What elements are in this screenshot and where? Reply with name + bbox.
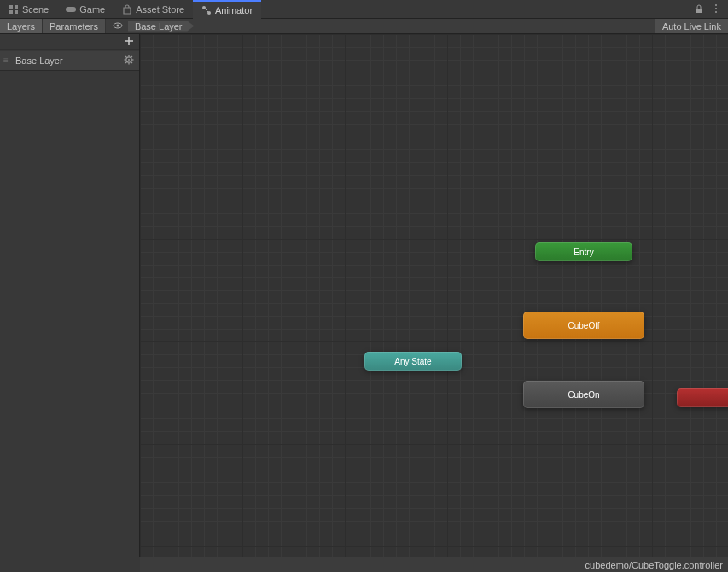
tab-game-label: Game (79, 4, 105, 15)
node-cubeoff[interactable]: CubeOff (523, 312, 644, 339)
window-tab-bar: Scene Game Asset Store Animator (0, 0, 728, 19)
bag-icon (122, 4, 132, 15)
svg-rect-8 (696, 9, 702, 13)
svg-line-25 (131, 56, 132, 57)
tab-animator-label: Animator (215, 5, 253, 15)
svg-rect-3 (15, 10, 18, 14)
animator-graph-canvas[interactable]: Entry Any State CubeOff CubeOn Exit (140, 34, 728, 557)
svg-rect-2 (9, 10, 13, 14)
tab-animator[interactable]: Animator (193, 0, 261, 19)
add-layer-button[interactable] (124, 36, 134, 48)
node-entry[interactable]: Entry (535, 242, 632, 261)
kebab-icon[interactable] (711, 3, 721, 15)
breadcrumb-base-layer[interactable]: Base Layer (128, 21, 195, 32)
node-any-state-label: Any State (394, 357, 431, 366)
tab-scene-label: Scene (22, 4, 49, 15)
layer-item-base[interactable]: ≡ Base Layer (0, 51, 139, 71)
drag-handle-icon[interactable]: ≡ (3, 58, 9, 63)
svg-rect-1 (15, 5, 18, 9)
status-path-label: cubedemo/CubeToggle.controller (585, 560, 723, 570)
svg-rect-4 (66, 7, 76, 12)
node-cubeoff-label: CubeOff (568, 321, 599, 330)
subtab-parameters[interactable]: Parameters (43, 19, 106, 33)
subtab-layers-label: Layers (7, 21, 35, 32)
svg-point-13 (116, 24, 119, 26)
svg-line-22 (125, 56, 126, 57)
svg-line-7 (205, 9, 208, 12)
lock-icon[interactable] (694, 3, 704, 15)
tab-scene[interactable]: Scene (0, 0, 57, 19)
tab-asset-store-label: Asset Store (136, 4, 184, 15)
breadcrumb-label: Base Layer (135, 21, 183, 32)
svg-point-10 (715, 8, 717, 9)
node-entry-label: Entry (574, 248, 593, 257)
auto-live-link-button[interactable]: Auto Live Link (655, 19, 728, 33)
svg-point-17 (128, 59, 130, 61)
layers-sidebar: ≡ Base Layer (0, 34, 140, 557)
tab-asset-store[interactable]: Asset Store (114, 0, 193, 19)
svg-point-9 (715, 4, 717, 6)
animator-icon (201, 5, 212, 15)
svg-point-11 (715, 11, 717, 13)
layer-item-label: Base Layer (15, 55, 63, 66)
node-cubeon[interactable]: CubeOn (523, 381, 644, 408)
gamepad-icon (66, 4, 76, 15)
auto-live-link-label: Auto Live Link (662, 21, 721, 32)
eye-icon[interactable] (113, 20, 123, 32)
tab-game[interactable]: Game (57, 0, 114, 19)
scene-icon (9, 4, 19, 15)
status-bar: cubedemo/CubeToggle.controller (140, 557, 728, 572)
node-any-state[interactable]: Any State (364, 352, 462, 371)
svg-line-24 (125, 62, 126, 63)
subtab-layers[interactable]: Layers (0, 19, 43, 33)
node-cubeon-label: CubeOn (568, 390, 599, 400)
gear-icon[interactable] (124, 55, 134, 67)
svg-rect-0 (9, 5, 13, 9)
svg-line-23 (131, 62, 132, 63)
grid-background (140, 34, 728, 557)
subtab-parameters-label: Parameters (50, 21, 98, 32)
animator-toolbar: Layers Parameters Base Layer Auto Live L… (0, 19, 728, 34)
node-exit[interactable]: Exit (677, 388, 728, 407)
